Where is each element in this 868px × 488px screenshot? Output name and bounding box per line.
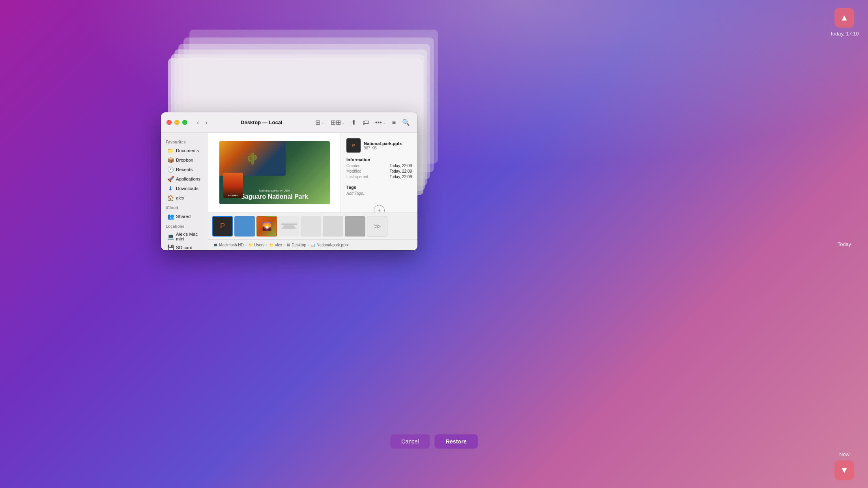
action-buttons: Cancel Restore — [390, 434, 478, 449]
sidebar-item-label: Shared — [176, 214, 191, 219]
thumbnail-item[interactable] — [279, 216, 299, 237]
share-button[interactable]: ⬆ — [349, 117, 358, 128]
breadcrumb-separator: › — [266, 243, 267, 247]
sort-button[interactable]: ≡ — [390, 117, 398, 128]
view-toggle-button[interactable]: ⊞ ⌄ — [313, 117, 326, 128]
cancel-button[interactable]: Cancel — [390, 434, 430, 449]
icloud-label: iCloud — [161, 203, 208, 212]
thumbnail-item[interactable]: 🌄 — [256, 216, 277, 237]
modified-value: Today, 22:09 — [389, 169, 412, 173]
grid-view-button[interactable]: ⊞⊞ ⌄ — [329, 117, 347, 128]
thumbnail-item[interactable] — [323, 216, 343, 237]
sidebar-item-label: Applications — [176, 177, 200, 181]
thumbnail-item[interactable]: P — [212, 216, 233, 237]
timeline-down-button[interactable]: ▼ — [834, 460, 854, 480]
search-button[interactable]: 🔍 — [400, 117, 412, 128]
tags-title: Tags — [346, 185, 412, 190]
shared-icon: 👥 — [167, 213, 174, 220]
thumbnail-item[interactable] — [301, 216, 321, 237]
last-opened-label: Last opened — [346, 175, 368, 179]
last-opened-row: Last opened Today, 22:09 — [346, 175, 412, 179]
sidebar-item-shared[interactable]: 👥 Shared — [163, 212, 206, 221]
zoom-button[interactable] — [182, 120, 187, 125]
dropdown-arrow-icon2: ⌄ — [342, 121, 345, 125]
breadcrumb-desktop[interactable]: 🖥 Desktop — [286, 243, 306, 247]
sidebar-item-label: Recents — [176, 167, 193, 172]
thumb-line — [281, 224, 297, 225]
traffic-lights — [166, 120, 187, 125]
toolbar-actions: ⊞ ⌄ ⊞⊞ ⌄ ⬆ 🏷 ••• ⌄ ≡ 🔍 — [313, 117, 412, 128]
thumb-line — [282, 227, 296, 229]
pptx-icon-text: P — [352, 143, 355, 148]
sidebar-item-recents[interactable]: 🕐 Recents — [163, 165, 206, 174]
sidebar-item-dropbox[interactable]: 📦 Dropbox — [163, 155, 206, 165]
add-tags-field[interactable]: Add Tags… — [346, 191, 412, 196]
thumbnail-item[interactable] — [234, 216, 255, 237]
breadcrumb-bar: 💻 Macintosh HD › 📁 Users › 📁 alex › 🖥 De… — [208, 239, 417, 250]
chevron-down-icon: ▼ — [840, 465, 849, 475]
locations-label: Locations — [161, 221, 208, 230]
breadcrumb-alex[interactable]: 📁 alex — [269, 243, 282, 247]
dropbox-icon: 📦 — [167, 157, 174, 163]
breadcrumb-label: alex — [275, 243, 282, 247]
breadcrumb-macintosh[interactable]: 💻 Macintosh HD — [213, 243, 244, 247]
forward-button[interactable]: › — [203, 117, 210, 128]
thumb-line — [283, 225, 294, 227]
rocket-icon: 🚀 — [167, 176, 174, 182]
monitor-icon: ⊞ — [315, 119, 320, 126]
timeline-panel: ▲ Today, 17:10 Today Now ▼ — [821, 0, 868, 488]
sidebar-item-label: SD card — [176, 245, 193, 250]
tag-icon: 🏷 — [363, 119, 369, 126]
window-title: Desktop — Local — [214, 119, 309, 125]
grid-icon: ⊞⊞ — [331, 119, 341, 126]
sidebar-item-sd-card[interactable]: 💾 SD card — [163, 243, 206, 250]
more-button[interactable]: + More... — [346, 205, 412, 212]
created-row: Created Today, 22:09 — [346, 164, 412, 168]
toolbar-nav: ‹ › — [195, 117, 210, 128]
preview-badge: SAGUARO — [223, 173, 243, 198]
information-title: Information — [346, 157, 412, 162]
file-type-icon: P — [346, 138, 361, 153]
sidebar-item-applications[interactable]: 🚀 Applications — [163, 174, 206, 184]
thumbnail-item[interactable]: ≫ — [367, 216, 387, 237]
hd-icon: 💻 — [213, 243, 218, 247]
share-icon: ⬆ — [351, 119, 356, 126]
timeline-up-button[interactable]: ▲ — [834, 8, 854, 28]
information-section: Information Created Today, 22:09 Modifie… — [346, 157, 412, 180]
sidebar-item-downloads[interactable]: ⬇ Downloads — [163, 184, 206, 193]
sort-icon: ≡ — [392, 119, 396, 126]
created-value: Today, 22:09 — [389, 164, 412, 168]
restore-button[interactable]: Restore — [435, 434, 478, 449]
file-size: 987 KB — [364, 146, 402, 150]
sidebar-item-label: Alex's Mac mini — [176, 232, 202, 241]
breadcrumb-file[interactable]: 📊 National-park.pptx — [311, 243, 348, 247]
folder-icon: 📁 — [167, 147, 174, 154]
back-button[interactable]: ‹ — [195, 117, 201, 128]
more-thumb-icon: ≫ — [374, 222, 381, 231]
more-options-button[interactable]: ••• ⌄ — [373, 117, 388, 128]
timeline-today-label: Today — [838, 241, 851, 247]
breadcrumb-users[interactable]: 📁 Users — [248, 243, 264, 247]
sidebar-item-documents[interactable]: 📁 Documents — [163, 146, 206, 155]
close-button[interactable] — [166, 120, 172, 125]
thumbnail-item[interactable] — [345, 216, 365, 237]
timeline-bottom-label: Now — [839, 451, 849, 457]
minimize-button[interactable] — [174, 120, 180, 125]
preview-image: 🌵 National parks of USA Saguaro National… — [219, 141, 330, 204]
file-name: National-park.pptx — [364, 141, 402, 146]
sd-card-icon: 💾 — [167, 244, 174, 250]
last-opened-value: Today, 22:09 — [389, 175, 412, 179]
finder-window: ‹ › Desktop — Local ⊞ ⌄ ⊞⊞ ⌄ ⬆ 🏷 ••• ⌄ — [161, 112, 417, 250]
desktop-icon: 🖥 — [286, 243, 290, 247]
modified-row: Modified Today, 22:09 — [346, 169, 412, 173]
cactus-icon: 🌵 — [245, 152, 259, 165]
file-preview: 🌵 National parks of USA Saguaro National… — [208, 133, 340, 212]
sidebar-item-alex[interactable]: 🏠 alex — [163, 193, 206, 203]
tag-button[interactable]: 🏷 — [361, 117, 371, 128]
breadcrumb-label: Users — [254, 243, 264, 247]
computer-icon: 💻 — [167, 233, 174, 240]
breadcrumb-label: Macintosh HD — [219, 243, 244, 247]
dropdown-arrow-icon: ⌄ — [321, 121, 324, 125]
sidebar-item-mac-mini[interactable]: 💻 Alex's Mac mini — [163, 230, 206, 243]
tags-section: Tags Add Tags… — [346, 185, 412, 196]
